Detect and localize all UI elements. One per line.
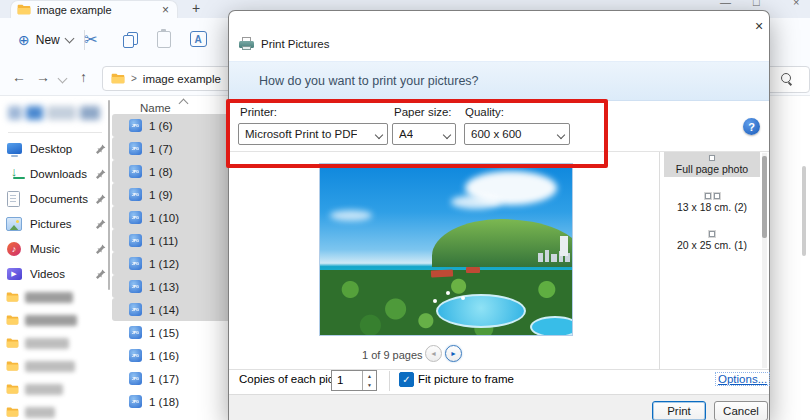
- dialog-title: Print Pictures: [261, 38, 329, 50]
- preview-pool-small: [530, 316, 573, 336]
- file-name: 1 (6): [149, 120, 173, 132]
- jpg-file-icon: JPG: [129, 395, 142, 408]
- sidebar-scrollbar[interactable]: [108, 100, 110, 290]
- back-button[interactable]: ←: [12, 69, 26, 85]
- file-list-scrollbar[interactable]: [802, 166, 806, 256]
- dialog-titlebar: Print Pictures: [239, 37, 329, 50]
- fit-picture-checkbox[interactable]: ✓: [399, 372, 414, 387]
- spin-down-icon[interactable]: ▼: [363, 381, 376, 391]
- layout-panel-scrollbar[interactable]: [762, 153, 767, 368]
- quality-select[interactable]: 600 x 600: [464, 123, 570, 145]
- paper-size-label: Paper size:: [394, 106, 452, 118]
- folder-icon: [17, 4, 31, 15]
- previous-page-button[interactable]: ◄: [425, 345, 442, 362]
- print-pictures-dialog: Print Pictures × How do you want to prin…: [228, 10, 770, 420]
- tab-close-icon[interactable]: ×: [160, 3, 171, 17]
- file-name: 1 (16): [149, 350, 179, 362]
- recent-locations-chevron-icon[interactable]: [58, 74, 68, 84]
- preview-tower: [560, 236, 568, 256]
- file-name: 1 (15): [149, 327, 179, 339]
- file-name: 1 (17): [149, 373, 179, 385]
- printer-value: Microsoft Print to PDF: [245, 128, 357, 140]
- next-arrow-icon: ►: [450, 350, 457, 357]
- jpg-file-icon: JPG: [129, 280, 142, 293]
- sidebar-item-pictures[interactable]: Pictures: [6, 211, 106, 236]
- quality-label: Quality:: [465, 106, 504, 118]
- copies-value[interactable]: 1: [332, 371, 362, 390]
- cut-button[interactable]: ✂: [78, 26, 104, 52]
- pin-icon: [96, 219, 106, 229]
- jpg-file-icon: JPG: [129, 142, 142, 155]
- sidebar-item-documents[interactable]: Documents: [6, 186, 106, 211]
- paste-button[interactable]: [151, 26, 177, 52]
- file-name: 1 (14): [149, 304, 179, 316]
- dialog-close-icon[interactable]: ×: [750, 17, 768, 35]
- sidebar-item-label: Pictures: [30, 218, 88, 230]
- folder-icon: [6, 361, 19, 371]
- file-name: 1 (11): [149, 235, 178, 247]
- printer-select[interactable]: Microsoft Print to PDF: [238, 123, 388, 145]
- layout-full-page-photo[interactable]: Full page photo: [664, 152, 760, 177]
- up-button[interactable]: ↑: [80, 69, 87, 85]
- redacted-folder-row: [6, 378, 106, 400]
- layout-label: 20 x 25 cm. (1): [664, 239, 760, 251]
- minimize-icon[interactable]: —: [720, 0, 731, 8]
- column-header-name[interactable]: Name: [140, 102, 171, 114]
- videos-icon: ▶: [6, 266, 22, 282]
- sidebar-item-videos[interactable]: ▶ Videos: [6, 261, 106, 286]
- layout-20x25[interactable]: 20 x 25 cm. (1): [664, 228, 760, 253]
- pin-icon: [96, 144, 106, 154]
- help-icon[interactable]: ?: [743, 118, 760, 135]
- next-page-button[interactable]: ►: [445, 345, 462, 362]
- redacted-folder-row: [6, 401, 106, 420]
- redacted-folder-row: [6, 309, 106, 331]
- prev-arrow-icon: ◄: [430, 350, 437, 357]
- jpg-file-icon: JPG: [129, 303, 142, 316]
- search-input[interactable]: [766, 66, 810, 93]
- window-close-icon[interactable]: ×: [793, 0, 799, 8]
- copies-stepper[interactable]: 1 ▲ ▼: [331, 370, 377, 391]
- sidebar: Desktop ↓ Downloads Documents Pictures ♪…: [0, 96, 110, 420]
- sort-ascending-icon: [179, 99, 189, 109]
- new-tab-button[interactable]: +: [192, 0, 200, 16]
- printer-label: Printer:: [240, 106, 277, 118]
- fit-picture-label: Fit picture to frame: [418, 373, 514, 385]
- desktop-icon: [6, 141, 22, 157]
- maximize-icon[interactable]: □: [753, 0, 760, 8]
- file-name: 1 (9): [149, 189, 173, 201]
- sidebar-item-music[interactable]: ♪ Music: [6, 236, 106, 261]
- spin-up-icon[interactable]: ▲: [363, 371, 376, 381]
- jpg-file-icon: JPG: [129, 349, 142, 362]
- jpg-file-icon: JPG: [129, 234, 142, 247]
- print-button[interactable]: Print: [652, 401, 706, 420]
- breadcrumb[interactable]: image example: [143, 73, 221, 85]
- cancel-button[interactable]: Cancel: [714, 401, 768, 420]
- rename-button[interactable]: A: [185, 26, 211, 52]
- sidebar-item-label: Desktop: [30, 143, 88, 155]
- rename-icon: A: [190, 31, 207, 47]
- chevron-down-icon: [557, 131, 565, 139]
- redacted-folder-row: [6, 355, 106, 377]
- sidebar-item-label: Documents: [30, 193, 88, 205]
- scissors-icon: ✂: [84, 30, 97, 49]
- folder-icon: [111, 73, 125, 84]
- folder-icon: [6, 384, 19, 394]
- file-name: 1 (8): [149, 166, 173, 178]
- sidebar-item-downloads[interactable]: ↓ Downloads: [6, 161, 106, 186]
- paper-size-select[interactable]: A4: [392, 123, 456, 145]
- options-link[interactable]: Options...: [715, 372, 770, 386]
- forward-button[interactable]: →: [36, 69, 50, 85]
- file-name: 1 (7): [149, 143, 173, 155]
- sidebar-item-desktop[interactable]: Desktop: [6, 136, 106, 161]
- dialog-header-band: How do you want to print your pictures?: [229, 61, 769, 101]
- new-button[interactable]: ⊕ New: [10, 26, 81, 54]
- copy-button[interactable]: [117, 26, 143, 52]
- paper-size-value: A4: [399, 128, 413, 140]
- new-button-label: New: [36, 33, 60, 47]
- tab-image-example[interactable]: image example ×: [10, 0, 178, 18]
- folder-icon: [6, 338, 19, 348]
- quality-value: 600 x 600: [471, 128, 522, 140]
- chevron-down-icon: [443, 131, 451, 139]
- layout-13x18[interactable]: 13 x 18 cm. (2): [664, 190, 760, 215]
- sidebar-item-label: Music: [30, 243, 88, 255]
